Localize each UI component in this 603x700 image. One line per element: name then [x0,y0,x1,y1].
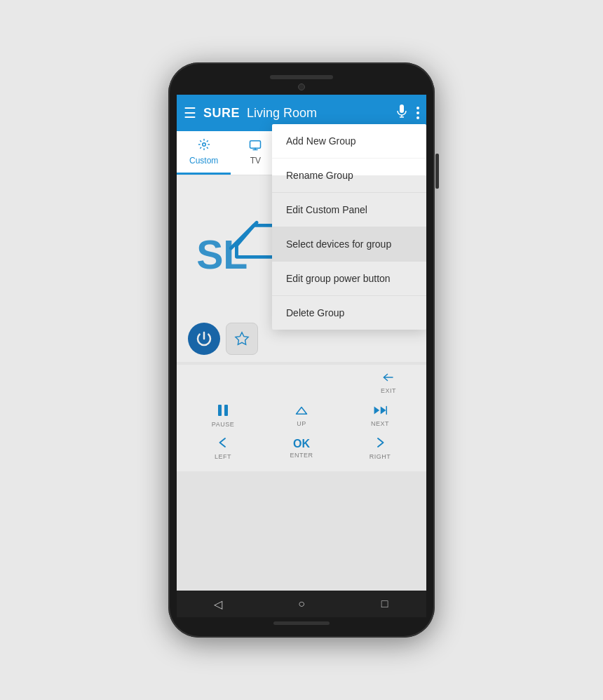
tab-custom-label: Custom [189,156,218,166]
bottom-nav: ◁ ○ □ [177,591,426,617]
tab-tv-label: TV [250,156,261,166]
phone-speaker [270,75,333,79]
app-title-sure: SURE [203,106,240,121]
volume-button[interactable] [435,154,439,189]
svg-rect-0 [400,105,404,113]
mic-icon[interactable] [397,105,407,121]
phone-camera [298,83,305,90]
svg-rect-4 [250,141,261,149]
dropdown-item-add-group[interactable]: Add New Group [272,124,426,159]
tab-custom[interactable]: Custom [177,131,231,175]
bottom-speaker [273,621,330,625]
settings-icon [198,138,210,154]
dropdown-overlay [177,175,426,591]
phone-screen: ☰ SURE Living Room Add New [177,95,426,617]
recent-nav-button[interactable]: □ [371,593,399,614]
app-title-room: Living Room [247,106,317,121]
home-nav-button[interactable]: ○ [287,593,316,614]
phone-device: ☰ SURE Living Room Add New [168,62,435,638]
back-nav-button[interactable]: ◁ [204,593,232,614]
tv-icon [249,138,262,154]
menu-icon[interactable]: ☰ [184,106,196,120]
overflow-menu-icon[interactable] [416,107,419,119]
svg-point-3 [202,143,205,147]
main-content: SL [177,175,426,591]
app-bar: ☰ SURE Living Room Add New [177,95,426,131]
